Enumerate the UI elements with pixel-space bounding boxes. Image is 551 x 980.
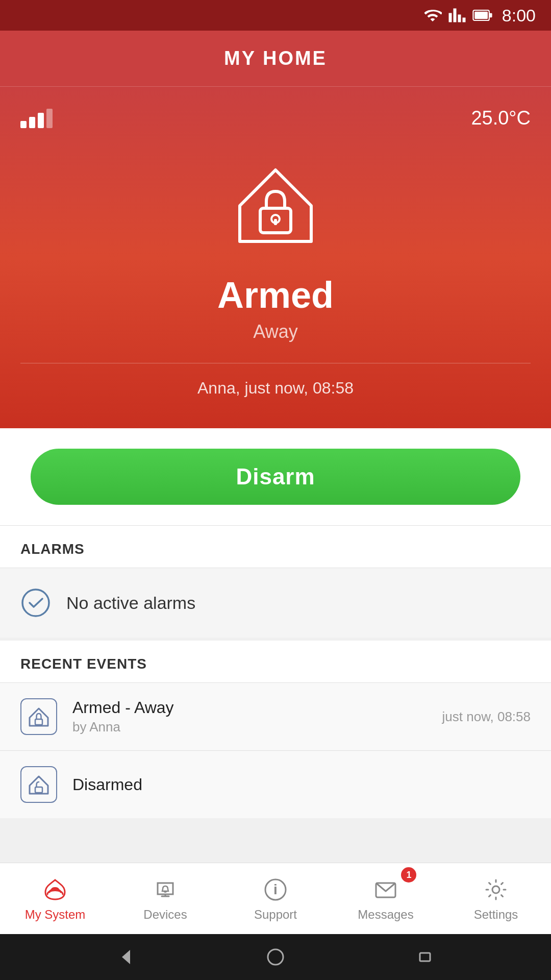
svg-point-6 [22,590,49,616]
nav-my-system[interactable]: My System [0,863,110,934]
support-icon: i [262,876,289,903]
nav-settings-label: Settings [474,908,518,922]
event-title-2: Disarmed [72,775,531,794]
disarm-button[interactable]: Disarm [31,449,520,505]
hero-section: 25.0°C Armed Away Anna, just now, 08:58 [0,87,551,428]
event-content-2: Disarmed [72,775,531,794]
android-back-button[interactable] [113,944,139,970]
nav-devices[interactable]: Devices [110,863,220,934]
page-title: MY HOME [224,47,327,69]
alarms-section: ALARMS No active alarms [0,526,551,638]
nav-settings[interactable]: Settings [441,863,551,934]
alarms-title: ALARMS [20,541,85,557]
event-content: Armed - Away by Anna [72,698,427,735]
nav-support-label: Support [254,908,297,922]
signal-icon [448,6,466,24]
status-bar: 8:00 [0,0,551,31]
check-circle-icon [20,587,51,618]
event-armed-icon [20,698,57,735]
my-system-icon [41,876,69,903]
devices-icon [152,876,179,903]
svg-rect-17 [420,953,430,961]
svg-rect-7 [35,719,42,725]
nav-support[interactable]: i Support [220,863,331,934]
svg-point-14 [492,886,499,893]
android-recents-button[interactable] [412,944,438,970]
event-title: Armed - Away [72,698,427,717]
nav-devices-label: Devices [143,908,187,922]
armed-house-icon [224,155,327,259]
status-icons [423,6,493,24]
wifi-icon [423,6,442,24]
android-nav-bar [0,934,551,980]
nav-messages-label: Messages [358,908,413,922]
status-time: 8:00 [502,6,536,26]
svg-text:i: i [273,881,278,897]
hero-info-text: Anna, just now, 08:58 [197,379,354,398]
svg-point-16 [268,949,283,965]
armed-mode-text: Away [253,321,297,342]
svg-rect-2 [489,13,492,18]
signal-bars [20,109,53,128]
bottom-nav: My System Devices i Support 1 Messages [0,863,551,934]
event-item[interactable]: Armed - Away by Anna just now, 08:58 [0,682,551,750]
svg-rect-5 [274,219,277,225]
event-subtitle: by Anna [72,719,427,735]
disarm-area: Disarm [0,428,551,526]
event-item-2[interactable]: Disarmed [0,750,551,818]
nav-messages[interactable]: 1 Messages [331,863,441,934]
svg-rect-8 [35,787,42,793]
nav-my-system-label: My System [25,908,86,922]
recent-events-section: RECENT EVENTS Armed - Away by Anna just … [0,641,551,818]
messages-icon [372,876,399,903]
no-alarms-text: No active alarms [66,593,195,613]
armed-status-text: Armed [217,274,334,316]
hero-top-row: 25.0°C [20,107,531,129]
android-home-button[interactable] [263,944,288,970]
hero-divider [20,363,531,363]
top-bar: MY HOME [0,31,551,87]
messages-badge: 1 [401,867,416,883]
recent-events-header: RECENT EVENTS [0,641,551,682]
temperature-display: 25.0°C [471,107,531,129]
svg-rect-1 [474,12,488,19]
settings-icon [482,876,510,903]
event-time: just now, 08:58 [442,709,531,725]
alarms-header: ALARMS [0,526,551,568]
recent-events-title: RECENT EVENTS [20,656,147,672]
no-alarms-item: No active alarms [0,568,551,638]
svg-marker-15 [122,950,130,964]
event-disarmed-icon [20,766,57,803]
battery-icon [472,6,493,24]
